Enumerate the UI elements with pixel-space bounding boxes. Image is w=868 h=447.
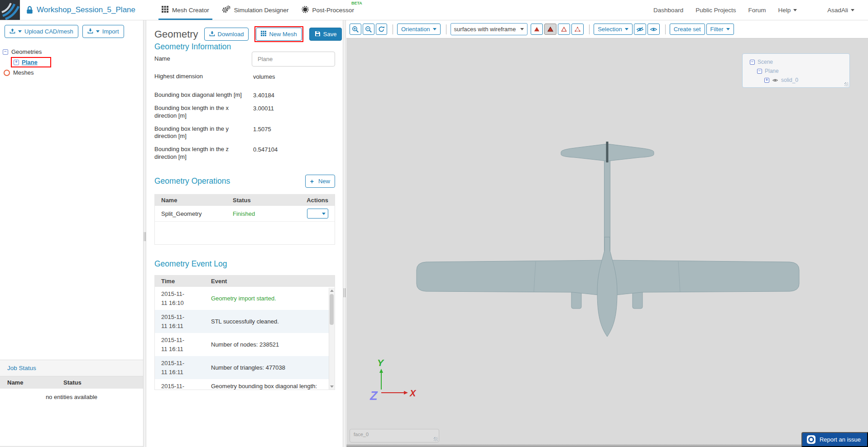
chevron-down-icon xyxy=(625,28,628,30)
project-title[interactable]: Workshop_Session_5_Plane xyxy=(37,5,135,14)
collapse-icon[interactable] xyxy=(757,69,762,74)
event-time: 2015-11-11 16:11 xyxy=(161,382,187,390)
table-row: 2015-11-11 16:10 Geometry import started… xyxy=(155,287,335,310)
info-label: Highest dimension xyxy=(154,73,253,81)
eye-slash-icon xyxy=(636,27,644,32)
resize-handle[interactable] xyxy=(844,82,849,86)
user-menu[interactable]: AsadAli xyxy=(827,7,854,14)
zoom-in-button[interactable] xyxy=(350,24,361,35)
toolbar-separator xyxy=(665,24,666,34)
table-row: 2015-11-11 16:11 Number of triangles: 47… xyxy=(155,356,335,379)
tree-item-geometries[interactable]: Geometries xyxy=(3,47,143,57)
collapse-icon[interactable] xyxy=(750,60,755,65)
collapse-icon[interactable] xyxy=(3,49,8,55)
info-label: Bounding box length in the y direction [… xyxy=(154,125,253,141)
splitter-grip[interactable] xyxy=(344,288,345,297)
scroll-down-icon[interactable] xyxy=(330,385,334,388)
resize-handle[interactable] xyxy=(434,437,438,441)
eye-icon[interactable] xyxy=(772,78,778,82)
zoom-out-button[interactable] xyxy=(363,24,374,35)
render-surfaces-wireframe-button[interactable] xyxy=(544,24,556,35)
col-event: Event xyxy=(211,278,227,285)
info-label: Bounding box diagonal length [m] xyxy=(154,91,253,99)
render-wireframe-button[interactable] xyxy=(558,24,570,35)
beta-badge: BETA xyxy=(351,1,362,5)
scene-tree-item-solid[interactable]: solid_0 xyxy=(743,76,849,85)
axis-z-label: Z xyxy=(369,389,378,401)
annotation-highlight-new-mesh: New Mesh xyxy=(254,26,303,42)
filter-dropdown[interactable]: Filter xyxy=(706,24,734,35)
gears-icon xyxy=(222,5,230,14)
chevron-down-icon xyxy=(851,9,854,11)
tree-item-plane[interactable]: Plane xyxy=(22,59,38,66)
sidebar-splitter[interactable] xyxy=(143,20,146,447)
scene-tree-item-scene[interactable]: Scene xyxy=(743,57,849,67)
create-set-button[interactable]: Create set xyxy=(670,24,705,35)
save-icon xyxy=(315,31,321,38)
scene-tree-item-plane[interactable]: Plane xyxy=(743,67,849,76)
event-text: Geometry bounding box diagonal length: 3… xyxy=(211,382,335,390)
show-all-button[interactable] xyxy=(647,24,660,35)
import-button[interactable]: Import xyxy=(82,25,124,38)
toolbar-separator xyxy=(393,24,393,34)
chevron-down-icon xyxy=(96,30,100,33)
geometry-tree: Geometries Plane Meshes xyxy=(3,47,143,77)
solid-triangle-icon xyxy=(534,26,540,32)
panel-splitter[interactable] xyxy=(343,20,346,447)
render-surfaces-button[interactable] xyxy=(531,24,543,35)
chevron-down-icon xyxy=(726,28,730,30)
left-sidebar: Upload CAD/mesh Import Geometries Plane … xyxy=(0,20,143,447)
tab-mesh-creator[interactable]: Mesh Creator xyxy=(155,0,216,20)
event-log-table: Time Event 2015-11-11 16:10 Geometry imp… xyxy=(154,275,335,390)
render-points-button[interactable] xyxy=(571,24,584,35)
tab-simulation-designer[interactable]: Simulation Designer xyxy=(216,0,295,20)
col-name: Name xyxy=(155,197,233,204)
scrollbar[interactable] xyxy=(329,288,335,390)
operations-table: Name Status Actions Split_Geometry Finis… xyxy=(154,194,335,245)
face-label-input[interactable]: face_0 xyxy=(350,429,439,442)
expand-icon[interactable] xyxy=(764,78,769,83)
tab-post-processor[interactable]: BETA Post-Processor xyxy=(295,0,360,20)
download-icon xyxy=(87,28,93,35)
toolbar-separator xyxy=(589,24,590,34)
scroll-thumb[interactable] xyxy=(330,294,334,325)
zoom-out-icon xyxy=(365,26,372,33)
tree-item-meshes[interactable]: Meshes xyxy=(4,68,143,77)
nav-forum[interactable]: Forum xyxy=(748,7,766,14)
eye-icon xyxy=(650,27,657,32)
lock-icon xyxy=(26,6,33,14)
table-row: 2015-11-11 16:11 STL successfully cleane… xyxy=(155,310,335,333)
col-status: Status xyxy=(233,197,296,204)
scroll-up-icon[interactable] xyxy=(330,290,334,292)
job-status-empty-text: no entities available xyxy=(0,389,143,405)
geometry-panel: Geometry Download New Mesh xyxy=(147,20,343,447)
chevron-down-icon xyxy=(793,9,797,11)
save-button[interactable]: Save xyxy=(309,28,342,41)
splitter-grip[interactable] xyxy=(144,232,146,241)
render-mode-select[interactable]: surfaces with wireframe xyxy=(451,23,528,35)
orientation-dropdown[interactable]: Orientation xyxy=(397,24,441,35)
hide-selected-button[interactable] xyxy=(634,24,646,35)
upload-cad-mesh-button[interactable]: Upload CAD/mesh xyxy=(5,25,78,38)
nav-dashboard[interactable]: Dashboard xyxy=(653,7,683,14)
refresh-view-button[interactable] xyxy=(376,24,387,35)
plane-3d-model[interactable] xyxy=(346,38,868,444)
new-mesh-button[interactable]: New Mesh xyxy=(256,28,302,41)
outlined-solid-triangle-icon xyxy=(547,26,553,32)
report-issue-button[interactable]: Report an issue xyxy=(801,432,868,447)
nav-help-menu[interactable]: Help xyxy=(778,7,797,14)
scene-tree-panel[interactable]: Scene Plane solid_0 xyxy=(742,53,850,88)
job-status-title: Job Status xyxy=(0,360,143,376)
new-operation-button[interactable]: New xyxy=(305,175,335,188)
selection-dropdown[interactable]: Selection xyxy=(594,24,632,35)
viewport-toolbar: Orientation surfaces with wireframe xyxy=(346,20,868,38)
expand-icon[interactable] xyxy=(14,60,19,65)
3d-viewport[interactable]: Orientation surfaces with wireframe xyxy=(346,20,868,447)
info-value: 3.40184 xyxy=(253,91,335,99)
navbar-links: Dashboard Public Projects Forum Help Asa… xyxy=(653,7,868,14)
info-label: Bounding box length in the x direction [… xyxy=(154,105,253,120)
download-button[interactable]: Download xyxy=(204,28,249,41)
nav-public-projects[interactable]: Public Projects xyxy=(695,7,736,14)
actions-dropdown[interactable] xyxy=(307,209,328,219)
geometry-name-input[interactable] xyxy=(252,52,335,67)
